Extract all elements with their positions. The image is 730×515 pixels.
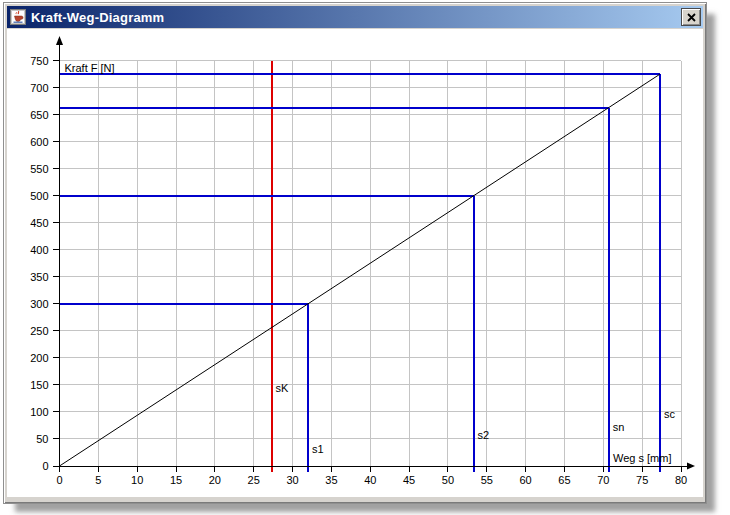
svg-text:40: 40 [364,474,376,486]
svg-text:600: 600 [30,136,48,148]
java-app-icon [10,9,26,25]
svg-text:10: 10 [131,474,143,486]
svg-text:45: 45 [403,474,415,486]
svg-text:sn: sn [613,421,625,433]
svg-text:35: 35 [325,474,337,486]
svg-text:sK: sK [276,382,290,394]
svg-text:50: 50 [442,474,454,486]
svg-text:sc: sc [664,408,676,420]
svg-text:400: 400 [30,244,48,256]
svg-text:65: 65 [558,474,570,486]
window-title: Kraft-Weg-Diagramm [31,10,681,25]
svg-text:0: 0 [56,474,62,486]
titlebar[interactable]: Kraft-Weg-Diagramm [7,6,703,28]
svg-text:s1: s1 [312,443,324,455]
close-button[interactable] [681,8,701,26]
svg-text:550: 550 [30,163,48,175]
svg-text:80: 80 [675,474,687,486]
svg-text:700: 700 [30,82,48,94]
svg-text:100: 100 [30,406,48,418]
svg-text:50: 50 [36,433,48,445]
svg-text:750: 750 [30,55,48,67]
chart-panel: sKs1s2snsc050100150200250300350400450500… [7,29,703,497]
svg-text:5: 5 [95,474,101,486]
svg-text:500: 500 [30,190,48,202]
window: Kraft-Weg-Diagramm sKs1s2snsc05010015020… [3,2,707,504]
svg-text:Kraft F [N]: Kraft F [N] [65,62,115,74]
svg-text:200: 200 [30,352,48,364]
svg-text:Weg s [mm]: Weg s [mm] [613,452,671,464]
svg-text:650: 650 [30,109,48,121]
svg-text:300: 300 [30,298,48,310]
svg-text:60: 60 [520,474,532,486]
svg-text:20: 20 [209,474,221,486]
svg-text:70: 70 [597,474,609,486]
svg-text:75: 75 [636,474,648,486]
svg-text:s2: s2 [478,429,490,441]
svg-text:15: 15 [170,474,182,486]
svg-text:150: 150 [30,379,48,391]
svg-text:450: 450 [30,217,48,229]
svg-text:25: 25 [248,474,260,486]
svg-text:250: 250 [30,325,48,337]
svg-text:30: 30 [286,474,298,486]
svg-text:55: 55 [481,474,493,486]
close-icon [687,13,696,22]
svg-text:0: 0 [42,460,48,472]
kraft-weg-chart: sKs1s2snsc050100150200250300350400450500… [7,29,703,497]
svg-text:350: 350 [30,271,48,283]
